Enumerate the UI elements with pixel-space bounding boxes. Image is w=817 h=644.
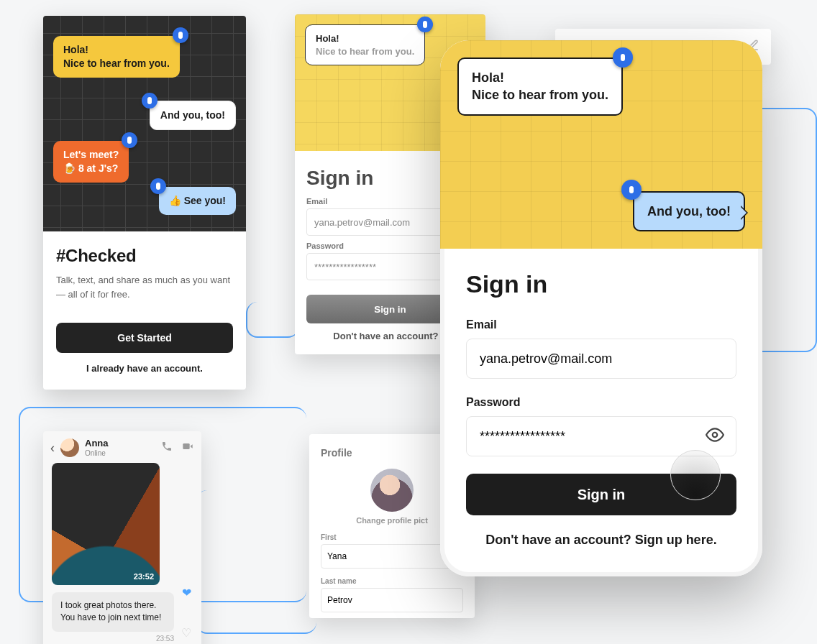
chat-message: I took great photos there. You have to j… [52,592,174,632]
signup-link[interactable]: Don't have an account? Sign up here. [466,533,736,548]
pin-icon [621,180,642,200]
heart-icon[interactable]: ❤ [182,586,191,599]
password-field[interactable] [478,428,706,445]
pin-icon [417,17,433,32]
svg-point-1 [713,432,718,437]
pin-icon [122,132,137,148]
last-name-field[interactable] [321,588,463,612]
heart-outline-icon[interactable]: ♡ [181,626,191,640]
get-started-button[interactable]: Get Started [56,323,233,353]
phone-hero: Hola! Nice to hear from you. And you, to… [440,40,762,249]
chat-thread-card: ‹ Anna Online 23:52 ❤ I took great photo… [43,431,201,644]
back-icon[interactable]: ‹ [50,441,55,456]
profile-picture[interactable] [370,469,414,512]
svg-rect-0 [183,443,189,449]
chat-bubble-reply: And you, too! [633,191,745,231]
contact-status: Online [85,449,109,457]
signin-phone-mock: Hola! Nice to hear from you. And you, to… [440,40,762,576]
password-label: Password [466,396,736,409]
signin-title: Sign in [466,270,736,298]
avatar[interactable] [60,438,79,457]
last-name-label: Last name [321,577,463,585]
onboard-hero: Hola! Nice to hear from you. And you, to… [43,16,246,231]
existing-account-link[interactable]: I already have an account. [43,363,246,390]
bubble-text: Nice to hear from you. [63,58,170,69]
video-icon[interactable] [181,441,194,455]
onboard-title: #Checked [56,246,233,266]
email-field[interactable] [478,351,724,367]
image-timestamp: 23:52 [134,572,154,581]
email-field-wrap [466,339,736,379]
bubble-text: Nice to hear from you. [316,46,414,57]
onboard-subtitle: Talk, text, and share as much as you wan… [56,273,233,301]
bubble-text: And you, too! [647,204,731,218]
bubble-text: 👍 See you! [169,195,226,206]
message-image[interactable]: 23:52 [52,463,160,585]
bubble-text: Nice to hear from you. [472,88,608,102]
pin-icon [613,47,633,68]
bubble-text: 🍺 8 at J's? [63,162,118,174]
bubble-text: Hola! [63,44,88,55]
email-label: Email [466,318,736,331]
bubble-text: And you, too! [160,109,225,121]
eye-icon[interactable] [706,426,724,448]
connector-wire [246,302,299,338]
pin-icon [173,27,188,43]
onboarding-card: Hola! Nice to hear from you. And you, to… [43,16,246,390]
chat-bubble-greeting: Hola! Nice to hear from you. [305,24,425,65]
chat-bubble-greeting: Hola! Nice to hear from you. [53,36,180,78]
bubble-text: Let's meet? [63,149,119,160]
chat-bubble-confirm: 👍 See you! [159,187,236,215]
message-timestamp: 23:53 [50,635,174,643]
fingerprint-icon[interactable] [670,450,721,500]
chat-bubble-greeting: Hola! Nice to hear from you. [457,58,623,116]
bubble-text: Hola! [316,33,339,44]
chat-bubble-plan: Let's meet? 🍺 8 at J's? [53,141,129,183]
contact-name: Anna [85,438,109,448]
bubble-text: Hola! [472,70,504,85]
pin-icon [142,93,158,109]
connector-wire [196,490,316,634]
pin-icon [150,178,166,194]
chat-bubble-reply: And you, too! [150,101,236,130]
call-icon[interactable] [161,441,173,455]
chat-header: ‹ Anna Online [50,438,194,457]
